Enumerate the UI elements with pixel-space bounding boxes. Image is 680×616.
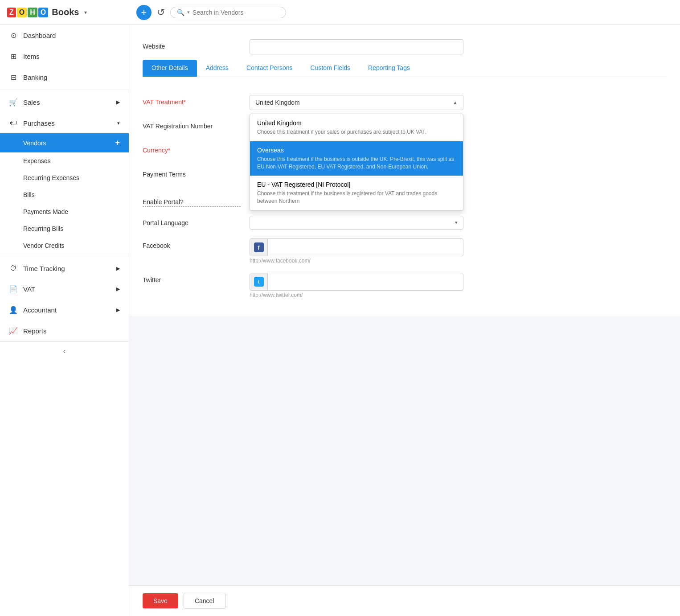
form-section: VAT Treatment* United Kingdom ▲ — [143, 86, 667, 307]
tab-address[interactable]: Address — [197, 60, 238, 77]
sales-icon: 🛒 — [9, 98, 18, 107]
vat-chevron-icon: ▶ — [116, 286, 120, 292]
banking-icon: ⊟ — [9, 73, 18, 82]
sidebar-item-accountant[interactable]: 👤 Accountant ▶ — [0, 300, 129, 320]
sidebar-item-vat[interactable]: 📄 VAT ▶ — [0, 279, 129, 300]
sidebar-divider-2 — [0, 256, 129, 256]
sidebar: ⊙ Dashboard ⊞ Items ⊟ Banking 🛒 Sales ▶ … — [0, 25, 129, 616]
sidebar-item-banking[interactable]: ⊟ Banking — [0, 67, 129, 88]
vat-treatment-dropdown-trigger[interactable]: United Kingdom ▲ — [250, 95, 463, 110]
facebook-row: Facebook f http://www.facebook.com/ — [143, 234, 667, 268]
vat-option-eu-ni-title: EU - VAT Registered [NI Protocol] — [257, 181, 456, 188]
website-input-wrap — [250, 39, 667, 54]
logo-h: H — [28, 8, 37, 17]
items-icon: ⊞ — [9, 52, 18, 61]
search-filter-icon[interactable]: ▾ — [187, 9, 190, 15]
portal-language-trigger[interactable]: ▾ — [250, 216, 463, 230]
enable-portal-label: Enable Portal? — [143, 195, 241, 207]
sidebar-item-reports[interactable]: 📈 Reports — [0, 320, 129, 341]
logo-o2: O — [38, 8, 48, 17]
sidebar-item-time-tracking[interactable]: ⏱ Time Tracking ▶ — [0, 258, 129, 279]
sidebar-item-sales[interactable]: 🛒 Sales ▶ — [0, 92, 129, 113]
tab-reporting-tags[interactable]: Reporting Tags — [359, 60, 419, 77]
zoho-logo: Z O H O — [7, 8, 48, 17]
sidebar-item-label: Reports — [23, 327, 47, 335]
vat-icon: 📄 — [9, 285, 18, 293]
main-content: Website Other Details Address Contact Pe… — [129, 25, 680, 585]
app-chevron-icon[interactable]: ▾ — [84, 9, 87, 16]
expenses-label: Expenses — [23, 157, 50, 164]
vat-reg-label: VAT Registration Number — [143, 119, 241, 130]
bills-label: Bills — [23, 191, 35, 198]
tab-other-details[interactable]: Other Details — [143, 60, 197, 77]
logo-z: Z — [7, 8, 16, 17]
sidebar-collapse-button[interactable]: ‹ — [0, 341, 129, 361]
website-label: Website — [143, 39, 241, 50]
recurring-bills-label: Recurring Bills — [23, 225, 63, 232]
save-button[interactable]: Save — [143, 593, 178, 608]
sidebar-item-label: Dashboard — [23, 32, 56, 39]
payment-terms-label: Payment Terms — [143, 167, 241, 178]
tabs-bar: Other Details Address Contact Persons Cu… — [143, 60, 667, 77]
sidebar-item-purchases[interactable]: 🏷 Purchases ▾ — [0, 113, 129, 133]
portal-language-input-wrap: ▾ — [250, 216, 667, 230]
currency-label: Currency* — [143, 143, 241, 154]
twitter-input-wrap: t http://www.twitter.com/ — [250, 273, 667, 298]
sidebar-item-recurring-bills[interactable]: Recurring Bills — [23, 220, 129, 237]
purchases-chevron-icon: ▾ — [117, 120, 120, 126]
tab-contact-persons[interactable]: Contact Persons — [238, 60, 302, 77]
twitter-input[interactable] — [268, 275, 463, 289]
facebook-input[interactable] — [268, 240, 463, 255]
form-footer: Save Cancel — [129, 585, 680, 616]
website-row: Website — [143, 34, 667, 60]
sidebar-item-label: Banking — [23, 74, 47, 81]
vat-option-uk-desc: Choose this treatment if your sales or p… — [257, 128, 456, 136]
add-button[interactable]: + — [136, 5, 152, 20]
tab-custom-fields[interactable]: Custom Fields — [302, 60, 359, 77]
search-input[interactable] — [193, 9, 273, 16]
vat-treatment-dropdown-wrapper: United Kingdom ▲ United Kingdom Choose t… — [250, 95, 667, 110]
app-name: Books — [52, 7, 79, 17]
website-input[interactable] — [250, 39, 463, 54]
add-vendor-icon[interactable]: + — [115, 138, 120, 148]
facebook-label: Facebook — [143, 238, 241, 249]
sidebar-item-label: Time Tracking — [23, 265, 65, 272]
twitter-icon-box: t — [250, 273, 268, 290]
sidebar-item-vendors[interactable]: Vendors + — [0, 133, 129, 152]
vat-option-overseas[interactable]: Overseas Choose this treatment if the bu… — [250, 141, 463, 176]
sidebar-item-items[interactable]: ⊞ Items — [0, 46, 129, 67]
sidebar-item-label: Items — [23, 53, 40, 60]
vat-treatment-row: VAT Treatment* United Kingdom ▲ — [143, 90, 667, 115]
sidebar-item-expenses[interactable]: Expenses — [23, 152, 129, 169]
collapse-icon: ‹ — [63, 347, 66, 355]
vat-treatment-value: United Kingdom — [255, 99, 300, 106]
topbar-actions: + ↺ 🔍 ▾ — [136, 5, 673, 20]
recurring-expenses-label: Recurring Expenses — [23, 174, 79, 181]
twitter-icon: t — [254, 277, 264, 287]
vat-option-eu-ni[interactable]: EU - VAT Registered [NI Protocol] Choose… — [250, 176, 463, 210]
reports-icon: 📈 — [9, 327, 18, 335]
sidebar-item-dashboard[interactable]: ⊙ Dashboard — [0, 25, 129, 46]
layout: ⊙ Dashboard ⊞ Items ⊟ Banking 🛒 Sales ▶ … — [0, 25, 680, 616]
main-area: Website Other Details Address Contact Pe… — [129, 25, 680, 616]
sidebar-item-vendor-credits[interactable]: Vendor Credits — [23, 237, 129, 254]
sidebar-item-label: Sales — [23, 99, 40, 106]
portal-language-dropdown: ▾ — [250, 216, 463, 230]
twitter-row: Twitter t http://www.twitter.com/ — [143, 268, 667, 303]
twitter-hint: http://www.twitter.com/ — [250, 292, 667, 298]
history-button[interactable]: ↺ — [157, 7, 165, 18]
facebook-icon: f — [254, 242, 264, 252]
logo-o1: O — [17, 8, 27, 17]
sidebar-item-recurring-expenses[interactable]: Recurring Expenses — [23, 169, 129, 186]
cancel-button[interactable]: Cancel — [184, 593, 225, 609]
vat-option-uk[interactable]: United Kingdom Choose this treatment if … — [250, 114, 463, 141]
time-tracking-chevron-icon: ▶ — [116, 266, 120, 271]
sidebar-item-bills[interactable]: Bills — [23, 186, 129, 203]
sidebar-item-payments-made[interactable]: Payments Made — [23, 203, 129, 220]
vendors-label: Vendors — [23, 140, 46, 147]
purchases-submenu: Vendors + Expenses Recurring Expenses Bi… — [0, 133, 129, 254]
search-bar: 🔍 ▾ — [170, 7, 286, 18]
vendor-credits-label: Vendor Credits — [23, 242, 65, 249]
sidebar-item-label: VAT — [23, 285, 35, 293]
facebook-social-wrap: f — [250, 238, 463, 256]
